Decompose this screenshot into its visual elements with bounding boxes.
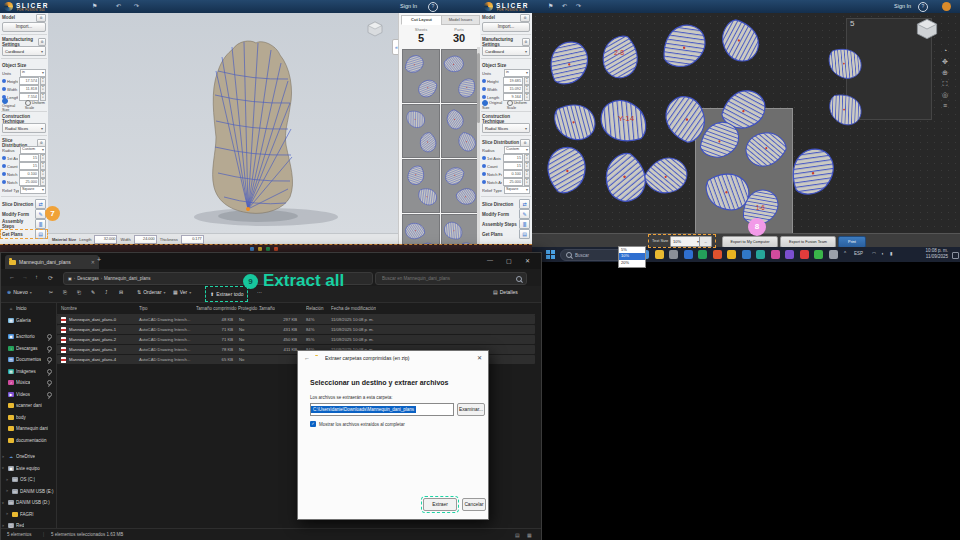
stepper[interactable]: ▴▾ — [40, 170, 46, 178]
assembly-steps-icon[interactable]: ≣ — [35, 219, 46, 229]
pattern-piece[interactable]: Y-14 — [592, 91, 658, 146]
help-button[interactable]: ? — [918, 2, 928, 12]
tray-chevron[interactable]: ^ — [844, 251, 846, 256]
orbit-icon[interactable]: ◔ — [940, 45, 950, 56]
details-view-icon[interactable]: ▤ — [515, 532, 520, 538]
tray-language[interactable]: ESP — [854, 251, 863, 256]
assembly-steps-icon[interactable]: ≣ — [519, 219, 530, 229]
sheet-thumbnail[interactable] — [441, 104, 477, 158]
sheet-thumbnail[interactable] — [402, 104, 440, 158]
tab-model-issues[interactable]: Model Issues — [441, 15, 480, 25]
notch-angle-input[interactable]: 25.000 — [19, 178, 39, 186]
stepper[interactable]: ▴▾ — [40, 178, 46, 186]
sheet-thumbnail[interactable] — [441, 214, 477, 244]
dialog-back-icon[interactable]: ← — [304, 355, 310, 361]
tab-cut-layout[interactable]: Cut Layout — [401, 15, 442, 25]
slice-direction-button[interactable]: Slice Direction⇄ — [480, 199, 532, 209]
copy-icon[interactable]: ⎘ — [63, 289, 67, 296]
minimize-button[interactable]: — — [487, 257, 493, 263]
breadcrumb-downloads[interactable]: Descargas — [77, 276, 99, 281]
pan-icon[interactable]: ✥ — [940, 56, 950, 67]
1st-axis-input[interactable]: 15 — [503, 154, 523, 162]
cardboard-dropdown[interactable]: Cardboard▾ — [482, 46, 530, 56]
get-plans-button[interactable]: Get Plans▤ — [0, 229, 48, 239]
stepper[interactable]: ▴▾ — [524, 154, 530, 162]
show-files-checkbox[interactable]: ✓ — [310, 421, 316, 427]
column-header-tama-o[interactable]: Tamaño — [259, 306, 275, 311]
navigation-toolbar[interactable]: ◔ ✥ ⊕ ⛶ ◎ ≡ — [940, 45, 950, 111]
view-cube-icon[interactable] — [914, 18, 940, 40]
section-mini-button[interactable]: ⚙ — [38, 38, 46, 46]
slice-direction-icon[interactable]: ⇄ — [35, 199, 46, 209]
forward-icon[interactable]: → — [22, 274, 28, 280]
units-dropdown[interactable]: in▾ — [504, 69, 530, 77]
1st-axis-input[interactable]: 15 — [19, 154, 39, 162]
delete-icon[interactable]: ⊟ — [119, 289, 123, 295]
stepper[interactable]: ▴▾ — [40, 77, 46, 85]
units-dropdown[interactable]: in▾ — [20, 69, 46, 77]
count-input[interactable]: 15 — [19, 162, 39, 170]
help-button[interactable]: ? — [428, 2, 438, 12]
taskbar-app-icon[interactable] — [713, 250, 722, 259]
thumbnails-view-icon[interactable]: ▦ — [527, 532, 532, 538]
look-icon[interactable]: ◎ — [940, 89, 950, 100]
redo-icon[interactable]: ↷ — [576, 2, 581, 11]
column-header-relaci-n[interactable]: Relación — [306, 306, 324, 311]
material-width-input[interactable]: 24.000 — [134, 235, 157, 244]
tab-close-icon[interactable]: ✕ — [91, 259, 95, 265]
plans-canvas[interactable]: 5 2-8Y-141-6 ◔ ✥ ⊕ ⛶ ◎ ≡ — [532, 13, 960, 233]
new-tab-button[interactable]: + — [97, 256, 101, 263]
notch-factor-input[interactable]: 0.100 — [19, 170, 39, 178]
stepper[interactable]: ▴▾ — [524, 85, 530, 93]
taskbar-app-icon[interactable] — [800, 250, 809, 259]
get-plans-button[interactable]: Get Plans▤ — [480, 229, 532, 239]
pattern-piece[interactable] — [786, 137, 845, 209]
cut-icon[interactable]: ✂ — [49, 289, 53, 295]
user-avatar[interactable] — [942, 2, 951, 11]
pattern-piece[interactable] — [820, 92, 867, 130]
stepper[interactable]: ▴▾ — [40, 162, 46, 170]
breadcrumb-folder[interactable]: Mannequin_dani_plans — [104, 276, 151, 281]
view-button[interactable]: ▦Ver▾ — [173, 289, 191, 295]
modify-form-button[interactable]: Modify Form✎ — [480, 209, 532, 219]
material-thickness-input[interactable]: 0.177 — [181, 235, 204, 244]
view-cube-icon[interactable] — [366, 21, 384, 37]
fit-icon[interactable]: ⛶ — [940, 78, 950, 89]
section-mini-button[interactable]: ⚙ — [522, 38, 530, 46]
notifications-icon[interactable] — [952, 252, 959, 259]
sheet-thumbnail[interactable] — [441, 159, 477, 213]
table-row[interactable]: Mannequin_dani_plans-2AutoCAD Drawing In… — [57, 335, 535, 344]
sort-button[interactable]: ⇅Ordenar▾ — [137, 289, 166, 295]
taskbar-app-icon[interactable] — [684, 250, 693, 259]
relief-type-dropdown[interactable]: Square▾ — [504, 186, 530, 194]
relief-type-dropdown[interactable]: Square▾ — [20, 186, 46, 194]
section-mini-button[interactable]: ⚙ — [520, 14, 530, 22]
more-button[interactable]: ··· — [257, 289, 262, 295]
undo-icon[interactable]: ↶ — [562, 2, 567, 11]
notch-factor-input[interactable]: 0.100 — [503, 170, 523, 178]
browse-button[interactable]: Examinar... — [457, 403, 485, 416]
start-button[interactable] — [546, 250, 555, 259]
width-input[interactable]: 15.092 — [503, 85, 523, 93]
table-row[interactable]: Mannequin_dani_plans-1AutoCAD Drawing In… — [57, 325, 535, 334]
stepper[interactable]: ▴▾ — [524, 162, 530, 170]
column-header-nombre[interactable]: Nombre — [61, 306, 77, 311]
height-input[interactable]: 17.574 — [19, 77, 39, 85]
volume-icon[interactable]: ◖ — [881, 251, 884, 256]
modify-form-icon[interactable]: ✎ — [519, 209, 530, 219]
radius-dropdown[interactable]: Custom▾ — [504, 146, 530, 154]
column-header-tipo[interactable]: Tipo — [139, 306, 148, 311]
slice-direction-button[interactable]: Slice Direction⇄ — [0, 199, 48, 209]
slicer-left-viewport[interactable]: « — [48, 13, 398, 233]
dropdown-option[interactable]: 20% — [619, 260, 645, 266]
radio-original-size[interactable]: Original Size — [2, 98, 22, 112]
tray-clock[interactable]: 10:08 p. m. 11/09/2025 — [904, 248, 948, 261]
maximize-button[interactable]: ▢ — [506, 257, 512, 264]
taskbar-app-icon[interactable] — [655, 250, 664, 259]
mannequin-model[interactable] — [138, 18, 378, 230]
search-input[interactable] — [380, 275, 504, 282]
rename-icon[interactable]: ✎ — [91, 289, 95, 295]
destination-field[interactable]: C:\Users\danie\Downloads\Mannequin_dani_… — [310, 403, 454, 416]
table-row[interactable]: Mannequin_dani_plans-0AutoCAD Drawing In… — [57, 315, 535, 324]
import-button[interactable]: Import... — [2, 22, 46, 32]
